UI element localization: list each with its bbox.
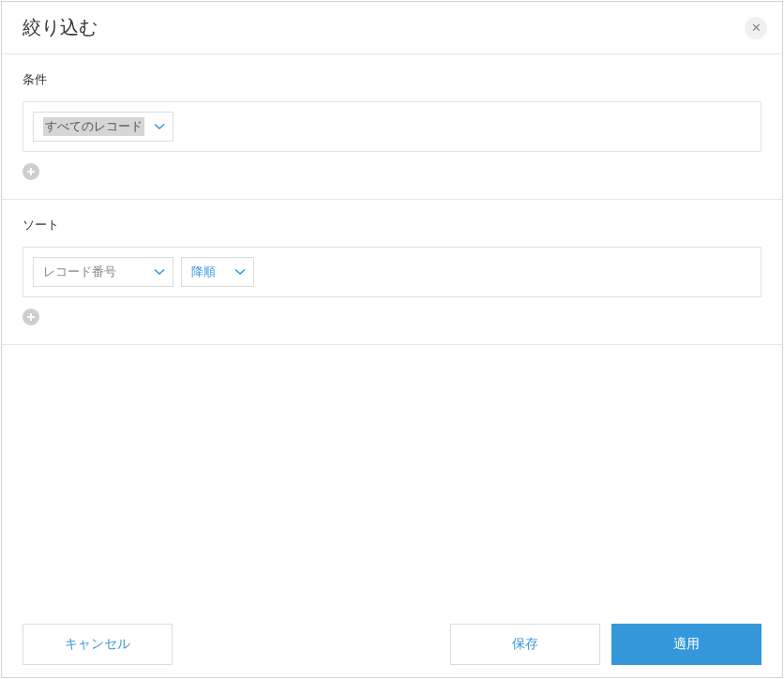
- sort-section: ソート レコード番号 降順: [2, 200, 782, 345]
- add-condition-button[interactable]: [23, 163, 39, 180]
- sort-field-value: レコード番号: [43, 264, 116, 280]
- dialog-footer: キャンセル 保存 適用: [2, 611, 782, 677]
- conditions-row: すべてのレコード: [23, 101, 761, 152]
- add-sort-button[interactable]: [23, 309, 39, 325]
- conditions-dropdown-value: すべてのレコード: [43, 117, 144, 136]
- conditions-section: 条件 すべてのレコード: [2, 54, 782, 200]
- sort-row: レコード番号 降順: [23, 247, 761, 297]
- apply-button[interactable]: 適用: [611, 624, 761, 665]
- sort-order-dropdown[interactable]: 降順: [181, 257, 254, 287]
- chevron-down-icon: [234, 268, 246, 276]
- filter-dialog: 絞り込む ✕ 条件 すべてのレコード ソート レコード番号: [1, 1, 783, 678]
- close-icon: ✕: [751, 22, 761, 34]
- sort-field-dropdown[interactable]: レコード番号: [33, 257, 173, 287]
- save-button[interactable]: 保存: [450, 624, 600, 665]
- footer-right-group: 保存 適用: [450, 624, 761, 665]
- sort-label: ソート: [23, 217, 761, 234]
- dialog-header: 絞り込む ✕: [2, 2, 782, 54]
- dialog-body: 条件 すべてのレコード ソート レコード番号: [2, 54, 782, 611]
- chevron-down-icon: [154, 268, 165, 276]
- conditions-dropdown[interactable]: すべてのレコード: [33, 112, 173, 142]
- close-button[interactable]: ✕: [745, 17, 767, 39]
- conditions-label: 条件: [23, 71, 761, 88]
- chevron-down-icon: [154, 123, 165, 130]
- sort-order-value: 降順: [191, 264, 216, 280]
- dialog-title: 絞り込む: [23, 15, 98, 40]
- cancel-button[interactable]: キャンセル: [23, 624, 173, 665]
